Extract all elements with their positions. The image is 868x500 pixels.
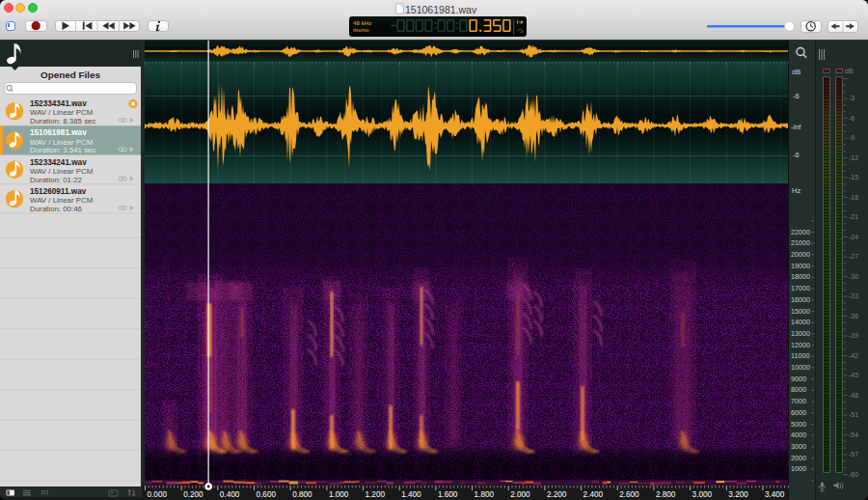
- svg-text:13000: 13000: [791, 329, 810, 338]
- svg-text:19000: 19000: [791, 262, 810, 270]
- svg-text:1.400: 1.400: [401, 490, 421, 499]
- svg-text:16000: 16000: [791, 295, 810, 304]
- svg-text:11000: 11000: [791, 351, 809, 360]
- svg-text:-54: -54: [849, 431, 858, 438]
- svg-text:20000: 20000: [791, 250, 810, 259]
- svg-text:-18: -18: [849, 194, 858, 201]
- svg-text:3.000: 3.000: [692, 490, 713, 499]
- svg-text:3000: 3000: [791, 442, 806, 451]
- svg-text:dB: dB: [845, 68, 854, 74]
- svg-text:7000: 7000: [791, 397, 806, 405]
- svg-text:22000: 22000: [791, 228, 810, 236]
- svg-text:2.800: 2.800: [656, 490, 676, 499]
- svg-text:-39: -39: [849, 332, 858, 339]
- svg-text:-57: -57: [849, 451, 858, 458]
- svg-text:3.200: 3.200: [728, 490, 748, 499]
- svg-text:3.400: 3.400: [765, 490, 785, 499]
- svg-text:-3: -3: [849, 95, 854, 101]
- svg-text:2.400: 2.400: [583, 490, 604, 499]
- svg-text:-12: -12: [849, 154, 858, 161]
- svg-text:-6: -6: [793, 92, 800, 100]
- svg-text:2.600: 2.600: [619, 490, 639, 499]
- svg-text:-15: -15: [849, 174, 858, 181]
- svg-text:1.200: 1.200: [366, 490, 386, 499]
- svg-text:1.600: 1.600: [438, 490, 458, 499]
- svg-text:9000: 9000: [791, 375, 806, 383]
- svg-text:-6: -6: [793, 151, 800, 159]
- svg-text:-21: -21: [849, 213, 858, 220]
- svg-text:Hz: Hz: [792, 186, 800, 195]
- svg-text:12000: 12000: [791, 341, 810, 349]
- svg-text:-42: -42: [849, 352, 858, 359]
- svg-text:21000: 21000: [791, 238, 810, 247]
- svg-text:18000: 18000: [791, 272, 810, 281]
- svg-text:0.600: 0.600: [257, 490, 277, 499]
- svg-text:5000: 5000: [791, 420, 806, 429]
- svg-text:6000: 6000: [791, 408, 806, 417]
- svg-text:1000: 1000: [791, 464, 806, 473]
- svg-text:14000: 14000: [791, 318, 810, 326]
- svg-text:dB: dB: [792, 68, 800, 76]
- svg-text:1.000: 1.000: [329, 490, 349, 499]
- svg-text:8000: 8000: [791, 385, 806, 394]
- svg-text:2.000: 2.000: [510, 490, 530, 499]
- svg-text:4000: 4000: [791, 431, 806, 439]
- svg-text:-36: -36: [849, 313, 858, 319]
- svg-text:1.800: 1.800: [475, 490, 495, 499]
- svg-text:0.200: 0.200: [183, 490, 203, 499]
- svg-text:-9: -9: [849, 134, 854, 141]
- svg-text:0.000: 0.000: [148, 490, 168, 499]
- svg-text:0.400: 0.400: [220, 490, 240, 499]
- svg-text:-60: -60: [849, 471, 858, 478]
- svg-text:-6: -6: [849, 115, 854, 122]
- svg-text:-45: -45: [849, 372, 858, 378]
- svg-text:-27: -27: [849, 253, 858, 260]
- svg-text:-inf: -inf: [791, 123, 801, 131]
- svg-text:2.200: 2.200: [547, 490, 567, 499]
- svg-text:10000: 10000: [791, 363, 810, 372]
- svg-text:-24: -24: [849, 234, 858, 240]
- svg-text:-33: -33: [849, 292, 858, 299]
- svg-text:15000: 15000: [791, 307, 810, 316]
- svg-text:2000: 2000: [791, 454, 806, 462]
- svg-text:-51: -51: [849, 411, 858, 418]
- svg-text:17000: 17000: [791, 284, 810, 292]
- svg-text:-48: -48: [849, 392, 858, 399]
- svg-text:-30: -30: [849, 273, 858, 280]
- svg-text:0.800: 0.800: [292, 490, 312, 499]
